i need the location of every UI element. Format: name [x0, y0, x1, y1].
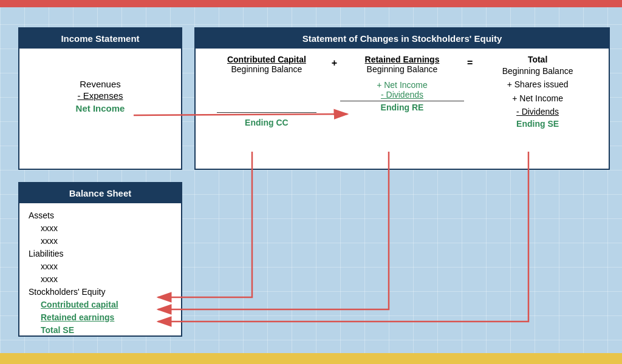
re-column: Retained Earnings Beginning Balance + Ne… [340, 55, 464, 112]
income-statement-body: Revenues - Expenses Net Income [19, 49, 181, 126]
total-line1: Beginning Balance [476, 64, 600, 78]
cc-subtitle: Beginning Balance [205, 64, 329, 74]
net-income-label: Net Income [35, 103, 166, 113]
balance-sheet-body: Assets xxxx xxxx Liabilities xxxx xxxx S… [19, 203, 181, 343]
total-line3: + Net Income [476, 92, 600, 105]
revenues-label: Revenues [35, 79, 166, 89]
operator-equals: = [467, 55, 473, 69]
top-bar [0, 0, 622, 7]
liability2: xxxx [29, 273, 172, 286]
balance-sheet-box: Balance Sheet Assets xxxx xxxx Liabiliti… [18, 182, 182, 337]
assets-label: Assets [29, 209, 172, 222]
re-to-bs-arrow [158, 152, 389, 309]
bs-cc: Contributed capital [29, 298, 172, 311]
se-to-bs-arrow [158, 152, 528, 322]
asset1: xxxx [29, 222, 172, 235]
total-column: Total Beginning Balance + Shares issued … [476, 55, 600, 129]
operator-plus: + [332, 55, 337, 69]
re-dividends: - Dividends [340, 90, 464, 99]
total-lines: Beginning Balance + Shares issued + Net … [476, 64, 600, 119]
total-line4: - Dividends [476, 105, 600, 118]
total-ending: Ending SE [476, 119, 600, 129]
bs-total-se: Total SE [29, 324, 172, 337]
re-net-income: + Net Income [340, 80, 464, 90]
re-ending: Ending RE [340, 101, 464, 112]
balance-sheet-title: Balance Sheet [19, 183, 181, 203]
income-statement-title: Income Statement [19, 29, 181, 49]
re-title: Retained Earnings [340, 55, 464, 64]
changes-statement-body: Contributed Capital Beginning Balance En… [196, 49, 609, 135]
se-label: Stockholders' Equity [29, 286, 172, 298]
cc-ending: Ending CC [205, 118, 329, 127]
cc-underline [217, 112, 316, 113]
total-line2: + Shares issued [476, 78, 600, 91]
total-title: Total [476, 55, 600, 64]
cc-column: Contributed Capital Beginning Balance En… [205, 55, 329, 127]
expenses-label: - Expenses [35, 90, 166, 101]
bs-re: Retained earnings [29, 311, 172, 324]
cc-title: Contributed Capital [205, 55, 329, 64]
re-subtitle: Beginning Balance [340, 64, 464, 74]
changes-statement-box: Statement of Changes in Stockholders' Eq… [194, 27, 610, 170]
bottom-bar [0, 353, 622, 364]
liability1: xxxx [29, 260, 172, 273]
liabilities-label: Liabilities [29, 248, 172, 260]
income-statement-box: Income Statement Revenues - Expenses Net… [18, 27, 182, 170]
asset2: xxxx [29, 235, 172, 248]
changes-statement-title: Statement of Changes in Stockholders' Eq… [196, 29, 609, 49]
